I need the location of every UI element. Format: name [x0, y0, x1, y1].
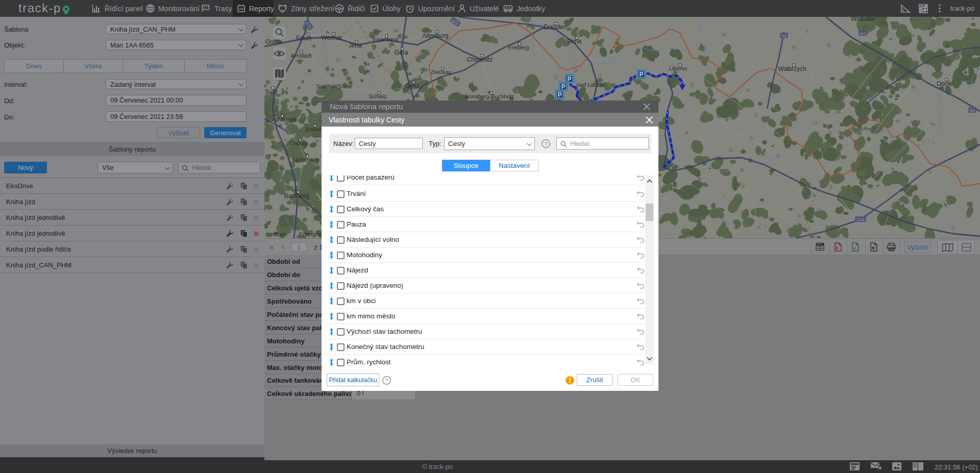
svg-text:Dresden: Dresden [544, 23, 567, 31]
svg-text:Bamberg: Bamberg [284, 192, 309, 200]
svg-text:Coburg: Coburg [289, 140, 308, 146]
svg-text:Annaberg-Buchholz: Annaberg-Buchholz [465, 93, 514, 99]
svg-text:5: 5 [806, 29, 808, 34]
svg-text:13: 13 [335, 57, 340, 62]
svg-text:12: 12 [813, 120, 818, 126]
svg-text:?: ? [544, 141, 547, 147]
svg-text:Schleiz: Schleiz [369, 93, 386, 99]
svg-text:46: 46 [394, 28, 399, 33]
svg-text:Jena: Jena [349, 42, 362, 49]
svg-text:A: A [836, 245, 839, 250]
svg-text:P: P [558, 91, 562, 98]
svg-text:Eisenberg: Eisenberg [373, 36, 398, 42]
svg-text:Wrocław: Wrocław [851, 17, 874, 22]
svg-text:12: 12 [675, 166, 680, 171]
svg-text:Pirna: Pirna [567, 38, 581, 45]
svg-text:Liberec: Liberec [669, 65, 688, 71]
svg-text:37: 37 [753, 113, 759, 118]
svg-text:8: 8 [794, 113, 796, 118]
svg-text:Lichtenfels: Lichtenfels [293, 157, 320, 163]
svg-text:Altenburg: Altenburg [422, 32, 448, 39]
svg-text:lburghausen: lburghausen [265, 116, 297, 122]
svg-text:Erfurt: Erfurt [296, 35, 311, 42]
svg-text:Wałbrzych: Wałbrzych [778, 65, 806, 72]
svg-text:Zwickau: Zwickau [431, 69, 451, 75]
svg-text:33: 33 [827, 130, 834, 136]
svg-text:9: 9 [567, 19, 569, 24]
svg-text:46: 46 [836, 110, 841, 115]
svg-text:Arnstadt: Arnstadt [291, 53, 312, 59]
svg-text:Freiberg: Freiberg [508, 44, 529, 51]
svg-text:Sonně: Sonně [305, 126, 322, 132]
svg-text:nad Labem: nad Labem [576, 82, 604, 88]
svg-text:P: P [561, 83, 566, 90]
svg-text:Saalfeld/Saale: Saalfeld/Saale [316, 83, 353, 89]
svg-text:P: P [640, 71, 644, 78]
svg-text:30: 30 [721, 32, 726, 37]
svg-text:A4: A4 [970, 108, 975, 113]
svg-text:D35: D35 [857, 217, 865, 222]
svg-text:11: 11 [728, 147, 733, 153]
svg-text:dt an: dt an [274, 231, 286, 237]
svg-text:B470: B470 [290, 219, 301, 224]
svg-text:A4: A4 [860, 31, 865, 36]
svg-text:Suhl: Suhl [265, 88, 277, 95]
svg-text:14: 14 [745, 88, 750, 93]
svg-text:Gera: Gera [395, 49, 408, 56]
svg-text:x: x [853, 246, 856, 251]
svg-text:Greiz: Greiz [406, 83, 419, 89]
svg-text:S3: S3 [781, 34, 787, 38]
svg-text:?: ? [385, 378, 388, 384]
svg-text:Chemnitz: Chemnitz [467, 56, 493, 63]
svg-text:Erlangen: Erlangen [299, 231, 322, 237]
svg-text:Weimar: Weimar [321, 34, 342, 41]
svg-text:Opole: Opole [937, 80, 953, 87]
